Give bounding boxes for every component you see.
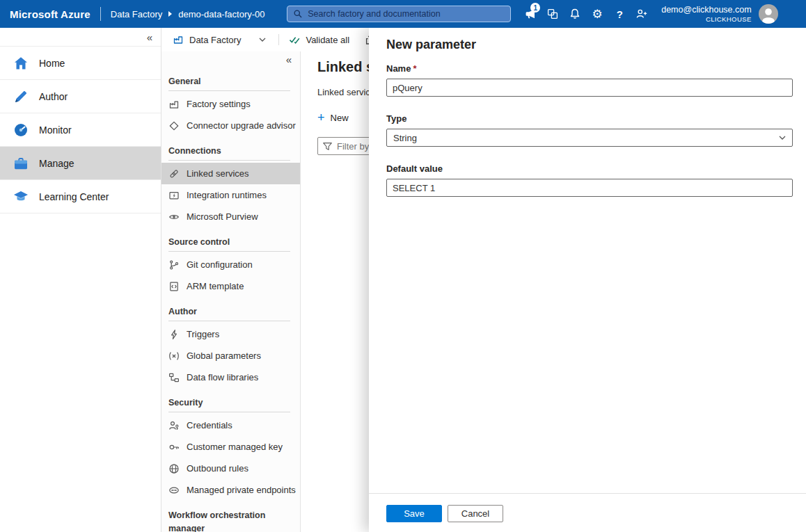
panel-footer: Save Cancel <box>369 493 806 532</box>
chevron-down-icon[interactable] <box>259 38 266 42</box>
chevron-down-icon <box>779 136 786 140</box>
nav-item-label: Microsoft Purview <box>187 211 258 222</box>
name-label: Name* <box>386 63 793 74</box>
plus-icon: + <box>317 111 325 124</box>
section-divider <box>168 412 290 412</box>
graduation-cap-icon <box>13 188 29 205</box>
globe-icon <box>168 463 180 474</box>
factory-settings-icon <box>168 99 180 110</box>
avatar[interactable] <box>759 4 778 24</box>
sidebar-item-label: Manage <box>39 158 74 169</box>
section-divider <box>168 90 290 91</box>
toolbox-icon <box>13 155 29 172</box>
sidebar-item-monitor[interactable]: Monitor <box>0 113 161 146</box>
nav-item-data-flow-libraries[interactable]: Data flow libraries <box>161 366 300 388</box>
nav-item-managed-private-endpoints[interactable]: Managed private endpoints <box>161 479 300 501</box>
name-input[interactable] <box>386 79 793 97</box>
nav-item-microsoft-purview[interactable]: Microsoft Purview <box>161 206 300 227</box>
topbar-divider <box>100 7 101 21</box>
person-icon <box>759 4 778 24</box>
whats-new-button[interactable]: 1 <box>519 3 542 25</box>
nav-item-triggers[interactable]: Triggers <box>161 323 300 345</box>
help-button[interactable]: ? <box>608 3 631 25</box>
runtime-icon <box>168 190 180 201</box>
section-title: Source control <box>161 236 300 249</box>
validate-all-label: Validate all <box>306 35 349 45</box>
data-factory-icon <box>173 34 184 45</box>
section-divider <box>168 160 290 161</box>
sidebar-item-home[interactable]: Home <box>0 46 161 79</box>
nav-item-factory-settings[interactable]: Factory settings <box>161 93 300 115</box>
sidebar-nav-list: Home Author Monitor Manage Learning Cent… <box>0 46 161 213</box>
section-title: Author <box>161 305 300 319</box>
cancel-button[interactable]: Cancel <box>448 505 503 522</box>
default-value-label: Default value <box>386 163 793 174</box>
key-icon <box>168 442 180 453</box>
type-select[interactable]: String <box>386 129 793 147</box>
breadcrumb-app[interactable]: Data Factory <box>111 9 162 19</box>
breadcrumb-factory-name[interactable]: demo-data-factory-00 <box>178 9 284 19</box>
git-branch-icon <box>168 259 180 271</box>
search-icon <box>293 9 303 19</box>
arm-template-icon <box>168 281 180 292</box>
nav-item-label: Linked services <box>187 168 249 179</box>
gear-icon: ⚙ <box>592 8 603 20</box>
section-divider <box>168 321 290 321</box>
nav-item-connector-upgrade-advisor[interactable]: Connector upgrade advisor <box>161 115 300 136</box>
nav-collapse-icon[interactable]: « <box>286 54 292 65</box>
sidebar-item-learning-center[interactable]: Learning Center <box>0 179 161 213</box>
flow-icon <box>168 372 180 383</box>
default-value-field: Default value <box>386 163 793 197</box>
nav-item-label: Integration runtimes <box>187 190 267 200</box>
windows-grid-icon <box>546 8 559 20</box>
parameters-icon <box>168 350 180 362</box>
nav-item-credentials[interactable]: Credentials <box>161 414 300 436</box>
azure-logo[interactable]: Microsoft Azure <box>10 8 90 20</box>
sidebar-collapse-icon[interactable]: « <box>147 32 152 42</box>
bell-icon <box>569 8 581 20</box>
notifications-button[interactable] <box>564 3 586 25</box>
diamond-icon <box>168 120 180 131</box>
save-button[interactable]: Save <box>386 505 442 522</box>
default-value-input[interactable] <box>386 179 793 197</box>
nav-item-git-configuration[interactable]: Git configuration <box>161 254 300 275</box>
nav-section-workflow-orchestration: Workflow orchestration manager <box>161 509 300 532</box>
validate-check-icon <box>289 34 300 45</box>
nav-item-linked-services[interactable]: Linked services <box>161 163 300 184</box>
new-button[interactable]: + New <box>317 111 349 124</box>
type-label: Type <box>386 113 793 124</box>
name-field: Name* <box>386 63 793 97</box>
toolbar-separator <box>278 34 279 45</box>
feedback-button[interactable] <box>631 3 653 25</box>
nav-section-author: Author Triggers Global parameters Data f… <box>161 305 300 388</box>
nav-item-label: Customer managed key <box>187 442 283 452</box>
switch-view-button[interactable] <box>542 3 564 25</box>
sidebar-item-manage[interactable]: Manage <box>0 146 161 179</box>
validate-all-button[interactable]: Validate all <box>289 34 349 45</box>
nav-item-customer-managed-key[interactable]: Customer managed key <box>161 436 300 458</box>
topbar-search[interactable] <box>287 6 511 22</box>
nav-item-outbound-rules[interactable]: Outbound rules <box>161 458 300 479</box>
sidebar-item-label: Monitor <box>39 124 72 136</box>
nav-item-label: Triggers <box>187 329 219 339</box>
factory-selector-label[interactable]: Data Factory <box>189 35 241 45</box>
notification-badge: 1 <box>530 3 540 13</box>
account-info[interactable]: demo@clickhouse.com CLICKHOUSE <box>661 5 751 23</box>
nav-item-label: Data flow libraries <box>187 372 258 382</box>
gauge-icon <box>13 122 29 138</box>
search-input[interactable] <box>308 9 505 19</box>
section-title: Workflow orchestration manager <box>161 509 300 532</box>
sidebar-item-author[interactable]: Author <box>0 79 161 113</box>
sidebar-item-label: Learning Center <box>39 191 109 202</box>
settings-button[interactable]: ⚙ <box>586 3 608 25</box>
account-email: demo@clickhouse.com <box>661 5 751 15</box>
nav-item-arm-template[interactable]: ARM template <box>161 275 300 297</box>
nav-item-label: Global parameters <box>187 350 261 361</box>
nav-section-connections: Connections Linked services Integration … <box>161 145 300 227</box>
manage-nav-panel: « General Factory settings Connector upg… <box>161 51 301 532</box>
sidebar-collapse-row: « <box>0 28 161 46</box>
nav-item-global-parameters[interactable]: Global parameters <box>161 345 300 366</box>
panel-body: New parameter Name* Type String Default … <box>369 28 806 493</box>
nav-item-label: Factory settings <box>187 99 251 109</box>
nav-item-integration-runtimes[interactable]: Integration runtimes <box>161 184 300 206</box>
